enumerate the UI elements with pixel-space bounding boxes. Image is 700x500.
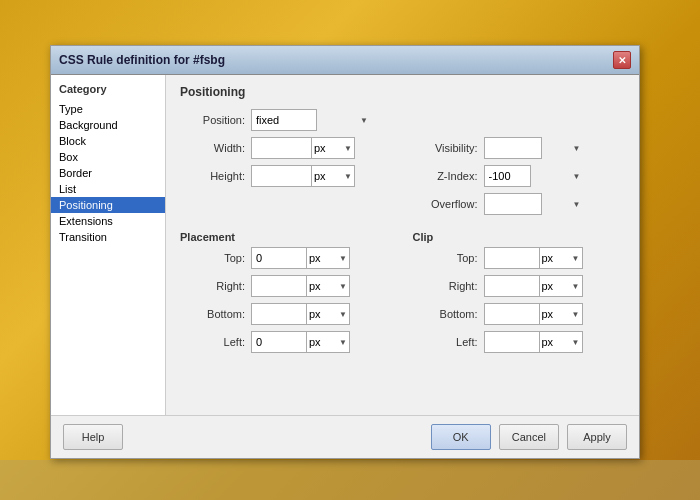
clip-right-unit-wrapper: px% xyxy=(539,275,583,297)
clip-section: Clip Top: px% xyxy=(413,225,626,359)
sidebar-item-type[interactable]: Type xyxy=(51,101,165,117)
taskbar xyxy=(0,460,700,500)
height-input[interactable] xyxy=(251,165,311,187)
height-row: Height: px % em xyxy=(180,165,393,187)
overflow-select-wrapper: visible hidden scroll auto xyxy=(484,193,584,215)
placement-section: Placement Top: px% xyxy=(180,225,393,359)
placement-left-group: px% xyxy=(251,331,350,353)
clip-right-group: px% xyxy=(484,275,583,297)
col-right: Visibility: visible hidden xyxy=(413,137,626,221)
dialog-title: CSS Rule definition for #fsbg xyxy=(59,53,225,67)
visibility-select-wrapper: visible hidden xyxy=(484,137,584,159)
clip-bottom-row: Bottom: px% xyxy=(413,303,626,325)
clip-right-label: Right: xyxy=(413,280,478,292)
sidebar-item-box[interactable]: Box xyxy=(51,149,165,165)
placement-right-unit-select[interactable]: px% xyxy=(306,275,350,297)
dialog-titlebar: CSS Rule definition for #fsbg ✕ xyxy=(51,46,639,75)
clip-left-label: Left: xyxy=(413,336,478,348)
placement-right-input[interactable] xyxy=(251,275,306,297)
clip-label: Clip xyxy=(413,231,626,243)
desktop: CSS Rule definition for #fsbg ✕ Category… xyxy=(0,0,700,500)
clip-top-row: Top: px% xyxy=(413,247,626,269)
panel-title: Positioning xyxy=(180,85,625,99)
sidebar-item-extensions[interactable]: Extensions xyxy=(51,213,165,229)
placement-bottom-input[interactable] xyxy=(251,303,306,325)
placement-label: Placement xyxy=(180,231,393,243)
col-left: Width: px % em xyxy=(180,137,393,221)
two-col-layout: Width: px % em xyxy=(180,137,625,221)
css-rule-dialog: CSS Rule definition for #fsbg ✕ Category… xyxy=(50,45,640,459)
placement-right-group: px% xyxy=(251,275,350,297)
dialog-footer: Help OK Cancel Apply xyxy=(51,415,639,458)
sidebar-item-list[interactable]: List xyxy=(51,181,165,197)
clip-left-row: Left: px% xyxy=(413,331,626,353)
ok-button[interactable]: OK xyxy=(431,424,491,450)
height-unit-wrapper: px % em xyxy=(311,165,355,187)
width-row: Width: px % em xyxy=(180,137,393,159)
zindex-row: Z-Index: -100 0 1 100 xyxy=(413,165,626,187)
height-input-group: px % em xyxy=(251,165,355,187)
clip-top-unit-select[interactable]: px% xyxy=(539,247,583,269)
main-panel: Positioning Position: fixed absolute rel… xyxy=(166,75,639,415)
width-unit-select[interactable]: px % em xyxy=(311,137,355,159)
width-input[interactable] xyxy=(251,137,311,159)
footer-right: OK Cancel Apply xyxy=(431,424,627,450)
clip-bottom-unit-wrapper: px% xyxy=(539,303,583,325)
clip-right-input[interactable] xyxy=(484,275,539,297)
sidebar-item-background[interactable]: Background xyxy=(51,117,165,133)
sidebar-item-border[interactable]: Border xyxy=(51,165,165,181)
position-label: Position: xyxy=(180,114,245,126)
placement-bottom-unit-select[interactable]: px% xyxy=(306,303,350,325)
sidebar-item-transition[interactable]: Transition xyxy=(51,229,165,245)
visibility-label: Visibility: xyxy=(413,142,478,154)
category-sidebar: Category Type Background Block Box Borde… xyxy=(51,75,166,415)
placement-top-label: Top: xyxy=(180,252,245,264)
position-select[interactable]: fixed absolute relative static xyxy=(251,109,317,131)
zindex-select[interactable]: -100 0 1 100 xyxy=(484,165,531,187)
placement-top-row: Top: px% xyxy=(180,247,393,269)
height-unit-select[interactable]: px % em xyxy=(311,165,355,187)
placement-top-group: px% xyxy=(251,247,350,269)
placement-bottom-row: Bottom: px% xyxy=(180,303,393,325)
clip-top-unit-wrapper: px% xyxy=(539,247,583,269)
placement-top-unit-select[interactable]: px% xyxy=(306,247,350,269)
clip-left-unit-wrapper: px% xyxy=(539,331,583,353)
cancel-button[interactable]: Cancel xyxy=(499,424,559,450)
width-label: Width: xyxy=(180,142,245,154)
position-select-wrapper: fixed absolute relative static xyxy=(251,109,371,131)
placement-left-input[interactable] xyxy=(251,331,306,353)
overflow-row: Overflow: visible hidden scroll auto xyxy=(413,193,626,215)
clip-left-input[interactable] xyxy=(484,331,539,353)
placement-left-unit-select[interactable]: px% xyxy=(306,331,350,353)
help-button[interactable]: Help xyxy=(63,424,123,450)
clip-top-label: Top: xyxy=(413,252,478,264)
close-button[interactable]: ✕ xyxy=(613,51,631,69)
clip-right-row: Right: px% xyxy=(413,275,626,297)
clip-bottom-label: Bottom: xyxy=(413,308,478,320)
visibility-select[interactable]: visible hidden xyxy=(484,137,542,159)
clip-top-group: px% xyxy=(484,247,583,269)
placement-right-unit-wrapper: px% xyxy=(306,275,350,297)
clip-left-unit-select[interactable]: px% xyxy=(539,331,583,353)
clip-top-input[interactable] xyxy=(484,247,539,269)
width-input-group: px % em xyxy=(251,137,355,159)
clip-bottom-unit-select[interactable]: px% xyxy=(539,303,583,325)
placement-top-unit-wrapper: px% xyxy=(306,247,350,269)
placement-top-input[interactable] xyxy=(251,247,306,269)
sidebar-item-positioning[interactable]: Positioning xyxy=(51,197,165,213)
apply-button[interactable]: Apply xyxy=(567,424,627,450)
placement-bottom-unit-wrapper: px% xyxy=(306,303,350,325)
clip-right-unit-select[interactable]: px% xyxy=(539,275,583,297)
dialog-content: Category Type Background Block Box Borde… xyxy=(51,75,639,415)
width-unit-wrapper: px % em xyxy=(311,137,355,159)
visibility-row: Visibility: visible hidden xyxy=(413,137,626,159)
zindex-select-wrapper: -100 0 1 100 xyxy=(484,165,584,187)
placement-right-label: Right: xyxy=(180,280,245,292)
position-row: Position: fixed absolute relative static xyxy=(180,109,625,131)
sidebar-header: Category xyxy=(51,79,165,101)
overflow-select[interactable]: visible hidden scroll auto xyxy=(484,193,542,215)
sidebar-item-block[interactable]: Block xyxy=(51,133,165,149)
placement-left-row: Left: px% xyxy=(180,331,393,353)
clip-bottom-input[interactable] xyxy=(484,303,539,325)
height-label: Height: xyxy=(180,170,245,182)
